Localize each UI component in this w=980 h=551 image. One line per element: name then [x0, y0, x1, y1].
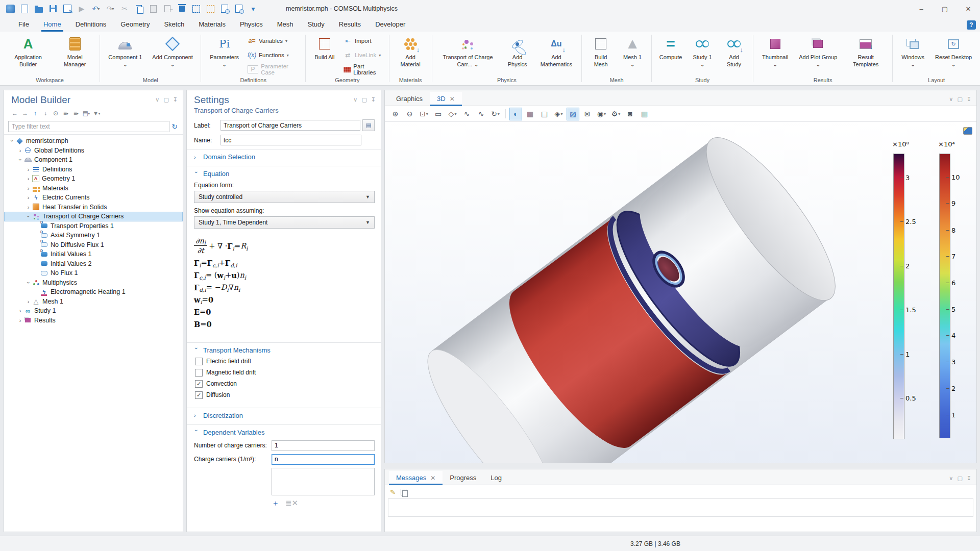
print-icon[interactable]: ▥	[638, 108, 651, 120]
delete-row-icon[interactable]: ≣✕	[285, 498, 298, 508]
carriers-list[interactable]	[272, 468, 375, 495]
lock-view-icon[interactable]: ⊠	[581, 108, 594, 120]
plot-first-dataset-icon[interactable]: ∿	[460, 108, 473, 120]
cut-icon[interactable]: ✂	[118, 3, 131, 15]
run-application-icon[interactable]: ▶	[76, 3, 88, 15]
plot-second-dataset-icon[interactable]: ∿	[475, 108, 487, 120]
plot-thumbnail-icon[interactable]	[963, 127, 972, 135]
windows-button[interactable]: Windows ⌄	[896, 34, 930, 77]
tree-filter-input[interactable]	[8, 121, 169, 132]
tab-sketch[interactable]: Sketch	[157, 18, 191, 32]
tree-item-memristor-mph[interactable]: ›memristor.mph	[4, 136, 183, 146]
compute-button[interactable]: =Compute	[655, 34, 687, 77]
tree-item-electric-currents[interactable]: ›ϟElectric Currents	[4, 193, 183, 203]
save-icon[interactable]	[47, 3, 59, 15]
component-button[interactable]: Component 1 ⌄	[103, 34, 148, 77]
paste-icon[interactable]	[147, 3, 159, 15]
new-file-icon[interactable]	[18, 3, 31, 15]
copy-icon[interactable]	[133, 3, 145, 15]
build-all-button[interactable]: Build All	[309, 34, 340, 77]
go-to-default-view-icon[interactable]: ◇▾	[446, 108, 459, 120]
move-down-icon[interactable]: ↓	[41, 109, 50, 118]
chevron-right-icon[interactable]: ›	[16, 147, 24, 154]
checkbox-unchecked-icon[interactable]	[195, 369, 203, 377]
graphics-tab-3d[interactable]: 3D✕	[430, 92, 462, 106]
tree-item-geometry-1[interactable]: ›AGeometry 1	[4, 174, 183, 184]
scene-light-icon[interactable]: ◐	[509, 108, 522, 120]
thumbnail-button[interactable]: Thumbnail ⌄	[756, 34, 794, 77]
tree-item-initial-values-1[interactable]: Initial Values 1	[4, 249, 183, 259]
refresh-icon[interactable]: ↻	[172, 122, 178, 131]
build-mesh-button[interactable]: Build Mesh	[585, 34, 617, 77]
carriers-field[interactable]	[272, 454, 375, 465]
num-carriers-field[interactable]	[272, 440, 375, 451]
checkbox-unchecked-icon[interactable]	[195, 358, 203, 365]
chevron-right-icon[interactable]: ›	[24, 166, 32, 172]
chevron-right-icon[interactable]: ›	[24, 194, 32, 201]
equation-form-select[interactable]: Study controlled▼	[194, 191, 375, 203]
tab-home[interactable]: Home	[36, 18, 68, 32]
pin-panel-icon[interactable]: ↧	[371, 96, 376, 103]
zoom-box-icon[interactable]: ▭	[432, 108, 445, 120]
livelink-button[interactable]: ⇄LiveLink▾	[344, 50, 383, 60]
checkbox-magnetic-field-drift[interactable]: Magnetic field drift	[195, 369, 374, 377]
back-icon[interactable]: ←	[10, 109, 19, 118]
tree-item-mesh-1[interactable]: ›△Mesh 1	[4, 297, 183, 307]
chevron-right-icon[interactable]: ›	[24, 185, 32, 191]
float-panel-icon[interactable]: ▢	[957, 96, 962, 103]
rename-button[interactable]: ▤	[362, 119, 375, 131]
tab-geometry[interactable]: Geometry	[113, 18, 157, 32]
maximize-button[interactable]: ▢	[933, 0, 957, 17]
chevron-right-icon[interactable]: ›	[16, 317, 24, 323]
chevron-down-icon[interactable]: ›	[17, 156, 23, 164]
name-field[interactable]	[220, 135, 361, 145]
open-file-icon[interactable]	[33, 3, 45, 15]
show-material-color-icon[interactable]: ▤	[538, 108, 551, 120]
tree-item-results[interactable]: ›Results	[4, 316, 183, 325]
hide-entities-icon[interactable]: ◉▾	[595, 108, 608, 120]
mesh-button[interactable]: ▲Mesh 1 ⌄	[617, 34, 648, 77]
parameter-case-button[interactable]: PParameter Case	[248, 64, 299, 74]
checkbox-electric-field-drift[interactable]: Electric field drift	[195, 358, 374, 365]
deselect-block-icon[interactable]	[204, 3, 216, 15]
add-component-button[interactable]: Add Component ⌄	[148, 34, 198, 77]
zoom-out-icon[interactable]: ⊖	[403, 108, 416, 120]
float-panel-icon[interactable]: ▢	[163, 96, 168, 103]
checkbox-checked-icon[interactable]: ✓	[195, 391, 203, 399]
parameters-button[interactable]: PiParameters ⌄	[204, 34, 244, 77]
panel-menu-icon[interactable]: ∨	[949, 475, 953, 482]
tree-item-initial-values-2[interactable]: Initial Values 2	[4, 259, 183, 269]
transparency-icon[interactable]: ▨	[567, 108, 579, 120]
show-icon[interactable]: ⊙	[51, 109, 60, 118]
chevron-right-icon[interactable]: ›	[16, 308, 24, 314]
chevron-right-icon[interactable]: ›	[24, 176, 32, 182]
move-up-icon[interactable]: ↑	[31, 109, 40, 118]
find-icon[interactable]	[218, 3, 231, 15]
tree-item-axial-symmetry-1[interactable]: Axial Symmetry 1	[4, 231, 183, 240]
tree-item-transport-of-charge-carriers[interactable]: ›Transport of Charge Carriers	[4, 212, 183, 221]
view-settings-icon[interactable]: ⚙▾	[609, 108, 622, 120]
transport-of-charge-carriers-button[interactable]: Transport of Charge Carr... ⌄	[435, 34, 501, 77]
messages-tab-log[interactable]: Log	[483, 471, 509, 485]
checkbox-convection[interactable]: ✓Convection	[195, 380, 374, 388]
save-as-icon[interactable]	[61, 3, 74, 15]
chevron-right-icon[interactable]: ›	[24, 298, 32, 305]
minimize-button[interactable]: –	[910, 0, 933, 17]
copy-messages-icon[interactable]	[401, 489, 406, 495]
model-manager-button[interactable]: Model Manager	[53, 34, 96, 77]
label-field[interactable]	[220, 120, 360, 131]
tree-item-transport-properties-1[interactable]: Transport Properties 1	[4, 221, 183, 231]
tree-item-electromagnetic-heating-1[interactable]: ϟElectromagnetic Heating 1	[4, 287, 183, 297]
tree-item-component-1[interactable]: ›Component 1	[4, 155, 183, 165]
filter-icon[interactable]: ▼▾	[92, 109, 101, 118]
result-templates-button[interactable]: Result Templates	[842, 34, 889, 77]
screenshot-icon[interactable]: ◙	[624, 108, 636, 120]
variables-button[interactable]: a=Variables▾	[248, 36, 299, 46]
tree-item-no-flux-1[interactable]: No Flux 1	[4, 268, 183, 278]
zoom-in-icon[interactable]: ⊕	[389, 108, 402, 120]
tree-item-materials[interactable]: ›Materials	[4, 184, 183, 193]
checkbox-diffusion[interactable]: ✓Diffusion	[195, 391, 374, 399]
pin-panel-icon[interactable]: ↧	[173, 96, 178, 103]
add-plot-group-button[interactable]: Add Plot Group ⌄	[794, 34, 842, 77]
tab-file[interactable]: File	[11, 18, 36, 32]
